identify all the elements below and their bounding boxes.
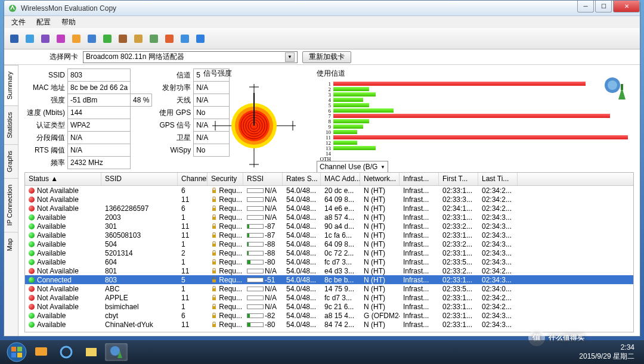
taskbar-app-1[interactable] xyxy=(30,343,52,361)
side-tab-ip-connection[interactable]: IP Connection xyxy=(4,178,18,232)
table-row[interactable]: Not Available6 Requ...N/A54.0/48...20 dc… xyxy=(25,186,633,195)
svg-rect-44 xyxy=(212,297,216,300)
svg-rect-3 xyxy=(41,35,49,43)
adapter-select[interactable]: Broadcom 802.11n 网络适配器 ▼ xyxy=(83,51,298,63)
reload-adapter-button[interactable]: 重新加载卡 xyxy=(302,51,351,63)
svg-rect-2 xyxy=(26,35,34,43)
col-header[interactable]: RSSI xyxy=(243,173,283,185)
channel-bars: 1234567891011121314OTH xyxy=(317,81,634,158)
svg-rect-10 xyxy=(150,35,158,43)
col-header[interactable]: Rates S... xyxy=(283,173,321,185)
col-header[interactable]: Channel xyxy=(178,173,208,185)
table-row[interactable]: Available36050810311 Requ...-8754.0/48..… xyxy=(25,231,633,239)
toolbar xyxy=(4,28,640,49)
svg-rect-5 xyxy=(72,35,80,43)
side-tab-map[interactable]: Map xyxy=(4,232,18,257)
app-icon xyxy=(8,4,17,13)
table-row[interactable]: Available6041 Requ...-8054.0/48...fc d7 … xyxy=(25,257,633,266)
config-icon[interactable] xyxy=(39,32,52,45)
table-row[interactable]: Not AvailableABC1 Requ...N/A54.0/48...14… xyxy=(25,284,633,293)
signal-gauge xyxy=(203,81,305,170)
taskbar-app-2[interactable] xyxy=(55,343,78,361)
col-header[interactable]: Infrast... xyxy=(400,173,439,185)
main-window: WirelessMon Evaluation Copy ─ ☐ ✕ 文件 配置 … xyxy=(4,0,640,337)
svg-rect-45 xyxy=(212,306,216,309)
table-row[interactable]: Not AvailableAPPLE11 Requ...N/A54.0/48..… xyxy=(25,293,633,302)
svg-rect-11 xyxy=(165,35,174,43)
col-header[interactable]: Security xyxy=(208,173,243,185)
start-button[interactable] xyxy=(5,340,29,364)
map-icon[interactable] xyxy=(163,32,176,45)
table-row[interactable]: Not Availablebsimichael1 Requ...N/A54.0/… xyxy=(25,302,633,311)
svg-rect-34 xyxy=(212,208,216,211)
log-icon[interactable] xyxy=(116,32,129,45)
svg-rect-4 xyxy=(57,35,65,43)
svg-rect-40 xyxy=(212,262,216,265)
channel-usage-panel: 使用信道 1234567891011121314OTH Channel Use … xyxy=(317,69,634,169)
info-icon[interactable] xyxy=(85,32,98,45)
table-row[interactable]: Connected8035 Requ...-5154.0/48...8c be … xyxy=(25,275,633,284)
menu-file[interactable]: 文件 xyxy=(7,16,30,29)
svg-rect-42 xyxy=(212,279,216,282)
side-tab-graphs[interactable]: Graphs xyxy=(4,144,18,178)
refresh-icon[interactable] xyxy=(101,32,114,45)
maximize-button[interactable]: ☐ xyxy=(595,1,612,13)
svg-rect-36 xyxy=(212,226,216,229)
save-icon[interactable] xyxy=(8,32,21,45)
col-header[interactable]: MAC Add... xyxy=(321,173,360,185)
channel-title: 使用信道 xyxy=(317,69,634,79)
svg-rect-49 xyxy=(11,347,16,351)
svg-rect-9 xyxy=(134,35,143,43)
connect-icon[interactable] xyxy=(23,32,36,45)
gauge-title: 信号强度 xyxy=(203,69,311,79)
taskbar-wirelessmon[interactable] xyxy=(105,343,128,361)
svg-rect-39 xyxy=(212,253,216,256)
close-button[interactable]: ✕ xyxy=(613,1,640,13)
system-tray[interactable]: 2:34 2015/9/29 星期二 xyxy=(579,343,639,362)
side-tab-statistics[interactable]: Statistics xyxy=(4,105,18,144)
table-row[interactable]: Available52013142 Requ...-8854.0/48...0c… xyxy=(25,248,633,257)
adapter-label: 选择网卡 xyxy=(49,52,78,62)
table-row[interactable]: Available30111 Requ...-8754.0/48...90 a4… xyxy=(25,222,633,231)
svg-rect-46 xyxy=(212,315,216,318)
side-tab-summary[interactable]: Summary xyxy=(4,65,18,105)
help-icon[interactable] xyxy=(194,32,207,45)
channel-use-select[interactable]: Channel Use (B/G▼ xyxy=(317,161,388,173)
copy-icon[interactable] xyxy=(54,32,67,45)
taskbar-app-3[interactable] xyxy=(80,343,103,361)
signal-gauge-panel: 信号强度 xyxy=(203,69,311,169)
table-row[interactable]: Not Available11 Requ...N/A54.0/48...64 0… xyxy=(25,195,633,204)
col-header[interactable]: First T... xyxy=(439,173,478,185)
table-row[interactable]: Not Available136622865976 Requ...N/A54.0… xyxy=(25,204,633,213)
svg-rect-35 xyxy=(212,217,216,220)
svg-rect-51 xyxy=(11,353,16,357)
svg-rect-1 xyxy=(10,35,18,43)
table-row[interactable]: Availablecbyt6 Requ...-8254.0/48...a8 15… xyxy=(25,311,633,320)
connection-info-panel: SSID803信道5MAC 地址8c be be 2d 66 2a发射功率N/A… xyxy=(24,69,197,169)
svg-rect-33 xyxy=(212,199,216,202)
table-row[interactable]: Available5041 Requ...-8854.0/48...64 09 … xyxy=(25,239,633,248)
window-icon[interactable] xyxy=(70,32,83,45)
sound-icon[interactable] xyxy=(147,32,160,45)
svg-point-54 xyxy=(61,347,72,357)
menu-help[interactable]: 帮助 xyxy=(57,16,80,29)
svg-rect-55 xyxy=(86,348,97,356)
table-row[interactable]: AvailableChinaNet-dYuk11 Requ...-8054.0/… xyxy=(25,320,633,329)
col-header[interactable]: Last Ti... xyxy=(478,173,518,185)
col-header[interactable]: Network... xyxy=(360,173,400,185)
menu-bar: 文件 配置 帮助 xyxy=(4,16,640,28)
svg-rect-53 xyxy=(35,347,47,356)
svg-rect-52 xyxy=(17,353,22,357)
col-header[interactable]: Status ▲ xyxy=(25,173,101,185)
side-tabs: SummaryStatisticsGraphsIP ConnectionMap xyxy=(4,65,18,336)
menu-config[interactable]: 配置 xyxy=(32,16,55,29)
svg-rect-7 xyxy=(103,35,112,43)
svg-rect-38 xyxy=(212,244,216,247)
col-header[interactable]: SSID xyxy=(101,173,178,185)
globe-icon[interactable] xyxy=(178,32,191,45)
table-row[interactable]: Not Available80111 Requ...N/A54.0/48...e… xyxy=(25,266,633,275)
clipboard-icon[interactable] xyxy=(132,32,145,45)
table-row[interactable]: Available20031 Requ...N/A54.0/48...a8 57… xyxy=(25,213,633,222)
minimize-button[interactable]: ─ xyxy=(577,1,594,13)
svg-rect-6 xyxy=(88,35,96,43)
